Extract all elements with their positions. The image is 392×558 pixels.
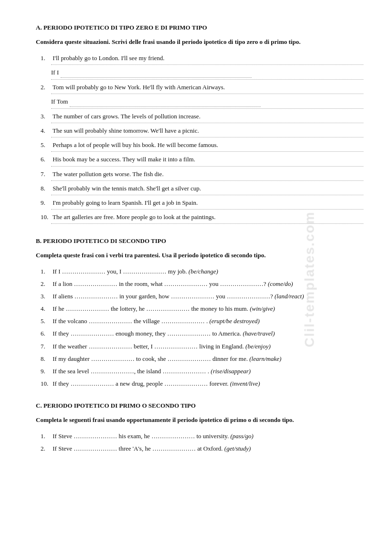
item-number: 4. [41,126,51,136]
item-text: If he ………………… the lottery, he ………………… th… [53,305,248,312]
item-number: 7. [41,342,51,351]
item-text: If the sea level …………………, the island ………… [53,368,209,375]
item-text: If Steve ………………… three 'A's, he ………………… … [53,445,222,452]
item-text: The art galleries are free. More people … [53,213,216,221]
item-number: 4. [41,304,51,314]
section-a-list: 1. I'll probably go to London. I'll see … [36,53,363,224]
item-number: 9. [41,198,51,208]
item-hint: (be/enjoy) [245,343,271,350]
blank-prefix: If I [51,69,252,76]
item-text: The water pollution gets worse. The fish… [53,170,164,178]
answer-line-2 [51,108,363,109]
list-item: 7. The water pollution gets worse. The f… [41,169,363,181]
item-text: The number of cars grows. The levels of … [53,113,201,120]
item-number: 1. [41,432,51,441]
item-text: Perhaps a lot of people will buy his boo… [53,141,218,148]
list-item: 1. If I ………………… you, I ………………… my job. (… [41,267,363,276]
list-item: 10. If they ………………… a new drug, people …… [41,379,363,389]
answer-line-2 [51,79,363,80]
item-hint: (be/change) [189,268,218,275]
answer-line [51,151,363,152]
list-item: 2. Tom will probably go to New York. He'… [41,83,363,109]
item-text: If they ………………… enough money, they ……………… [53,330,241,337]
blank-prefix: If Tom [51,98,261,105]
item-hint: (get/study) [224,445,251,452]
item-text: If a lion ………………… in the room, what …………… [53,280,266,287]
item-number: 2. [41,279,51,289]
list-item: 6. His book may be a success. They will … [41,155,363,166]
item-number: 1. [41,53,51,63]
answer-line [51,123,363,123]
item-text: If the volcano ………………… the village ……………… [53,317,208,325]
item-hint: (learn/make) [249,355,281,362]
item-hint: (have/travel) [243,330,275,337]
answer-line [51,209,363,210]
item-text: If Steve ………………… his exam, he ………………… to… [53,432,229,440]
item-number: 10. [41,212,51,222]
section-c: C. PERIODO IPOTETICO DI PRIMO O SECONDO … [36,402,363,453]
list-item: 9. If the sea level …………………, the island … [41,367,363,376]
section-a: A. PERIODO IPOTETICO DI TIPO ZERO E DI P… [36,24,363,224]
section-c-instructions: Completa le seguenti frasi usando opport… [36,415,363,425]
list-item: 9. I'm probably going to learn Spanish. … [41,198,363,210]
item-number: 3. [41,292,51,301]
item-text: If aliens ………………… in your garden, how ……… [53,293,273,300]
answer-line [51,223,363,224]
item-hint: (rise/disappear) [211,368,251,375]
answer-line [51,64,363,65]
item-number: 10. [41,379,51,389]
item-text: The sun will probably shine tomorrow. We… [53,127,199,134]
section-a-instructions: Considera queste situazioni. Scrivi dell… [36,37,363,47]
item-number: 3. [41,112,51,121]
item-number: 8. [41,354,51,364]
section-b-title: B. PERIODO IPOTETICO DI SECONDO TIPO [36,237,363,245]
item-hint: (invent/live) [230,380,260,387]
list-item: 3. If aliens ………………… in your garden, how… [41,292,363,301]
item-text: I'll probably go to London. I'll see my … [53,54,164,62]
item-text: She'll probably win the tennis match. Sh… [53,185,201,192]
section-c-title: C. PERIODO IPOTETICO DI PRIMO O SECONDO … [36,402,363,410]
list-item: 7. If the weather ………………… better, I …………… [41,342,363,351]
item-text: I'm probably going to learn Spanish. I'l… [53,199,198,206]
item-number: 9. [41,367,51,376]
item-number: 1. [41,267,51,276]
list-item: 4. The sun will probably shine tomorrow.… [41,126,363,137]
item-number: 2. [41,444,51,453]
list-item: 1. If Steve ………………… his exam, he …………………… [41,432,363,441]
item-number: 2. [41,83,51,92]
answer-line [51,137,363,137]
item-hint: (land/react) [275,293,304,300]
section-a-title: A. PERIODO IPOTETICO DI TIPO ZERO E DI P… [36,24,363,32]
list-item: 10. The art galleries are free. More peo… [41,212,363,224]
item-hint: (come/do) [268,280,293,287]
answer-line [51,166,363,167]
item-number: 5. [41,140,51,150]
item-text: If my daughter ………………… to cook, she …………… [53,355,248,362]
item-number: 8. [41,184,51,193]
item-number: 6. [41,329,51,338]
list-item: 2. If a lion ………………… in the room, what …… [41,279,363,289]
answer-line [51,180,363,181]
list-item: 5. If the volcano ………………… the village ……… [41,316,363,326]
answer-line [51,195,363,195]
list-item: 1. I'll probably go to London. I'll see … [41,53,363,80]
section-b: B. PERIODO IPOTETICO DI SECONDO TIPO Com… [36,237,363,389]
section-c-list: 1. If Steve ………………… his exam, he …………………… [36,432,363,453]
answer-line [51,94,363,94]
list-item: 2. If Steve ………………… three 'A's, he ……………… [41,444,363,453]
item-hint: (win/give) [250,305,275,312]
item-number: 7. [41,169,51,179]
item-hint: (erupt/be destroyed) [209,317,259,325]
list-item: 8. If my daughter ………………… to cook, she …… [41,354,363,364]
section-b-list: 1. If I ………………… you, I ………………… my job. (… [36,267,363,389]
item-text: If they ………………… a new drug, people ……………… [53,380,228,387]
list-item: 3. The number of cars grows. The levels … [41,112,363,123]
item-number: 6. [41,155,51,164]
item-hint: (pass/go) [230,432,253,440]
item-text: If I ………………… you, I ………………… my job. [53,268,187,275]
list-item: 5. Perhaps a lot of people will buy his … [41,140,363,152]
list-item: 4. If he ………………… the lottery, he …………………… [41,304,363,314]
item-text: His book may be a success. They will mak… [53,156,195,163]
list-item: 6. If they ………………… enough money, they ……… [41,329,363,338]
item-text: Tom will probably go to New York. He'll … [53,84,225,91]
